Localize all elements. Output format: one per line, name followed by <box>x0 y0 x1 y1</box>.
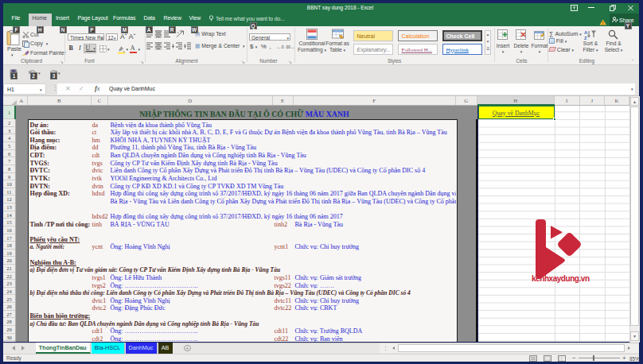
svg-text:Z: Z <box>584 36 587 41</box>
svg-text:kenhxaydung.vn: kenhxaydung.vn <box>532 274 590 283</box>
svg-text:A: A <box>584 30 588 35</box>
